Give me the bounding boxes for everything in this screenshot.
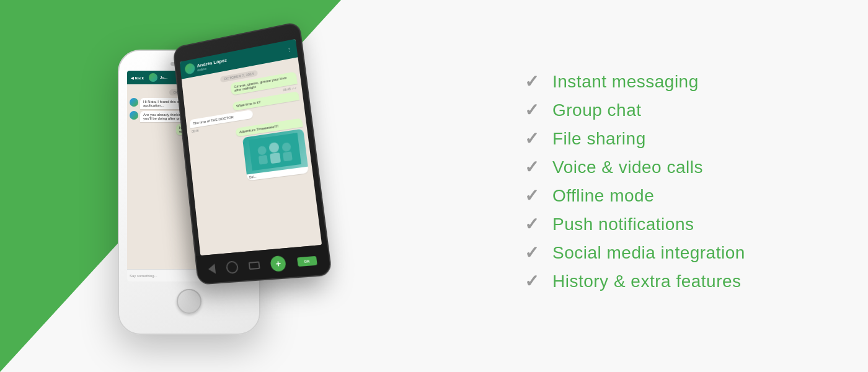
phones-section: ◀ Back Jo... OCTOBER 7, 2014 Hi Nata, I … <box>37 12 422 366</box>
feature-item-group-chat: ✓Group chat <box>521 100 831 120</box>
android-back-button[interactable] <box>208 264 216 274</box>
feature-label-file-sharing: File sharing <box>552 129 646 149</box>
feature-label-group-chat: Group chat <box>552 100 642 120</box>
feature-item-history-extra-features: ✓History & extra features <box>521 272 831 291</box>
checkmark-icon-file-sharing: ✓ <box>521 130 542 148</box>
feature-label-instant-messaging: Instant messaging <box>552 72 699 92</box>
android-recents-button[interactable] <box>249 261 260 270</box>
feature-item-voice-video-calls: ✓Voice & video calls <box>521 157 831 177</box>
feature-label-offline-mode: Offline mode <box>552 186 654 206</box>
checkmark-icon-voice-video-calls: ✓ <box>521 159 542 176</box>
android-ok-button[interactable]: OK <box>297 255 317 266</box>
android-screen: Andrés López online ⋮ OCTOBER 7, 2014 Gi… <box>180 39 322 256</box>
android-fab-button[interactable]: + <box>270 255 286 272</box>
iphone-home-button[interactable] <box>177 289 202 314</box>
feature-item-instant-messaging: ✓Instant messaging <box>521 72 831 92</box>
android-device: Andrés López online ⋮ OCTOBER 7, 2014 Gi… <box>172 21 332 285</box>
android-home-button[interactable] <box>225 260 238 274</box>
feature-item-offline-mode: ✓Offline mode <box>521 186 831 206</box>
android-image-message: Del... <box>242 129 309 181</box>
checkmark-icon-instant-messaging: ✓ <box>521 73 542 91</box>
feature-label-voice-video-calls: Voice & video calls <box>552 157 703 177</box>
android-contact-avatar <box>184 63 195 75</box>
feature-item-social-media-integration: ✓Social media integration <box>521 243 831 263</box>
checkmark-icon-push-notifications: ✓ <box>521 216 542 233</box>
svg-rect-6 <box>283 151 293 161</box>
checkmark-icon-social-media-integration: ✓ <box>521 244 542 262</box>
checkmark-icon-offline-mode: ✓ <box>521 187 542 205</box>
checkmark-icon-history-extra-features: ✓ <box>521 273 542 290</box>
feature-item-push-notifications: ✓Push notifications <box>521 215 831 234</box>
feature-label-history-extra-features: History & extra features <box>552 272 742 291</box>
feature-item-file-sharing: ✓File sharing <box>521 129 831 149</box>
checkmark-icon-group-chat: ✓ <box>521 102 542 119</box>
features-list: ✓Instant messaging✓Group chat✓File shari… <box>521 72 831 300</box>
android-chat-area: OCTOBER 7, 2014 Gimme, gimme, gimme your… <box>182 57 322 255</box>
svg-rect-2 <box>259 155 268 165</box>
feature-label-social-media-integration: Social media integration <box>552 243 745 263</box>
svg-rect-4 <box>270 153 281 164</box>
feature-label-push-notifications: Push notifications <box>552 215 694 234</box>
